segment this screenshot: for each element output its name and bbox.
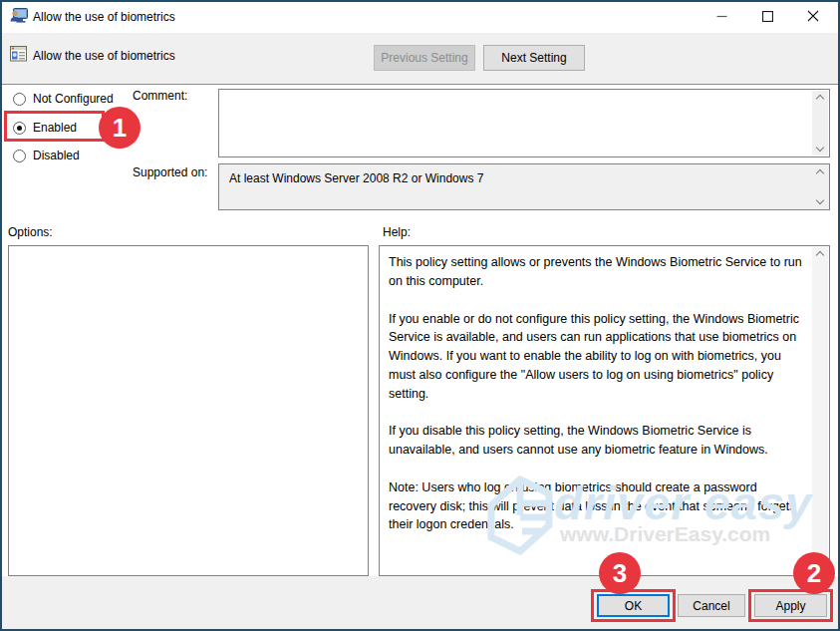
radio-label-enabled: Enabled — [33, 121, 77, 135]
supported-on-value: At least Windows Server 2008 R2 or Windo… — [229, 171, 805, 185]
radio-disabled[interactable] — [13, 150, 26, 162]
comment-label: Comment: — [133, 89, 187, 103]
help-paragraph: This policy setting allows or prevents t… — [389, 253, 804, 291]
comment-scrollbar[interactable] — [812, 91, 828, 156]
radio-row-enabled[interactable]: Enabled — [13, 120, 77, 136]
help-label: Help: — [383, 225, 411, 239]
scroll-down-icon[interactable] — [816, 144, 824, 152]
radio-label-not-configured: Not Configured — [33, 92, 114, 106]
scroll-up-icon[interactable] — [816, 169, 824, 177]
cancel-button[interactable]: Cancel — [678, 594, 745, 617]
maximize-button[interactable] — [744, 1, 790, 31]
policy-setting-icon — [10, 46, 27, 65]
comment-input[interactable] — [218, 89, 830, 158]
scroll-up-icon[interactable] — [816, 95, 824, 103]
next-setting-button[interactable]: Next Setting — [483, 45, 585, 71]
help-paragraph: Note: Users who log on using biometrics … — [389, 478, 804, 534]
supported-scrollbar[interactable] — [812, 165, 828, 208]
help-panel: This policy setting allows or prevents t… — [379, 245, 830, 576]
scroll-up-icon[interactable] — [816, 251, 824, 259]
radio-row-disabled[interactable]: Disabled — [13, 148, 80, 163]
radio-enabled[interactable] — [13, 122, 26, 135]
options-label: Options: — [8, 225, 53, 239]
annotation-badge-2: 2 — [793, 552, 835, 594]
help-paragraph: If you enable or do not configure this p… — [389, 310, 804, 404]
help-paragraph: If you disable this policy setting, the … — [389, 422, 804, 460]
scroll-down-icon[interactable] — [816, 196, 824, 204]
help-text: This policy setting allows or prevents t… — [380, 246, 812, 575]
radio-label-disabled: Disabled — [33, 149, 80, 162]
radio-row-not-configured[interactable]: Not Configured — [13, 91, 114, 107]
titlebar: Allow the use of biometrics — [0, 0, 840, 33]
policy-user-icon — [10, 8, 28, 27]
annotation-badge-1: 1 — [99, 107, 140, 149]
window-title: Allow the use of biometrics — [33, 10, 175, 24]
annotation-badge-3: 3 — [599, 552, 641, 594]
options-panel — [8, 245, 369, 576]
policy-header: Allow the use of biometrics Previous Set… — [2, 33, 838, 85]
policy-name: Allow the use of biometrics — [33, 49, 175, 63]
policy-dialog-window: Allow the use of biometrics Allow the u — [0, 0, 840, 631]
minimize-button[interactable] — [699, 1, 744, 31]
previous-setting-button[interactable]: Previous Setting — [374, 45, 475, 71]
radio-not-configured[interactable] — [13, 93, 26, 106]
supported-on-label: Supported on: — [133, 165, 207, 179]
close-button[interactable] — [790, 1, 836, 31]
apply-button[interactable]: Apply — [754, 594, 827, 617]
ok-button[interactable]: OK — [597, 594, 670, 617]
help-scrollbar[interactable] — [812, 247, 828, 574]
supported-on-box: At least Windows Server 2008 R2 or Windo… — [218, 163, 830, 210]
